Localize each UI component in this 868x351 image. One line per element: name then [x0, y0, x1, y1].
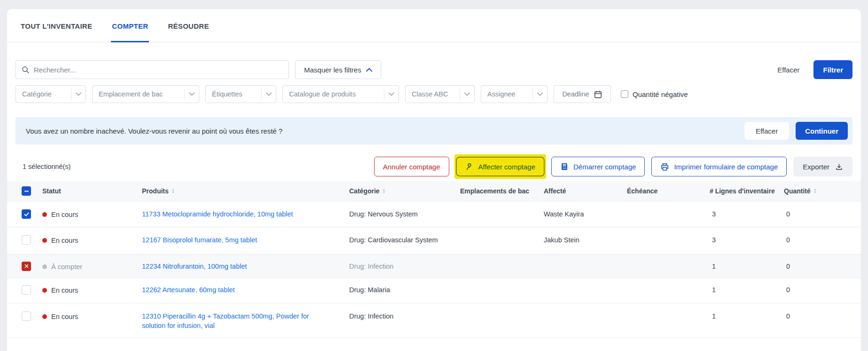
tab-resolve[interactable]: RÉSOUDRE [167, 9, 210, 42]
chevron-down-icon [262, 92, 276, 96]
category-cell: Drug: Nervous System [349, 209, 460, 219]
table-row[interactable]: En cours 12310 Piperacillin 4g + Tazobac… [7, 303, 861, 338]
quantity-cell: 0 [784, 285, 861, 295]
status-dot [42, 238, 47, 243]
status-dot [42, 212, 47, 217]
filter-section: Masquer les filtres Effacer Filtrer Caté… [7, 42, 861, 103]
hide-filters-label: Masquer les filtres [304, 66, 361, 74]
search-input[interactable] [34, 66, 283, 74]
chevron-down-icon [384, 92, 399, 96]
table-row[interactable]: À compter 12234 Nitrofurantoin, 100mg ta… [7, 254, 861, 278]
banner-clear-button[interactable]: Effacer [744, 122, 789, 140]
table-row[interactable]: En cours 12262 Artesunate, 60mg tablet D… [7, 278, 861, 303]
header-status: Statut [42, 187, 142, 195]
header-quantity[interactable]: Quantité▲▼ [784, 187, 861, 195]
start-count-button[interactable]: Démarrer comptage [551, 157, 645, 176]
product-link[interactable]: 12310 Piperacillin 4g + Tazobactam 500mg… [142, 312, 309, 329]
category-filter-dropdown[interactable]: Catégorie [16, 85, 86, 103]
quantity-cell: 0 [784, 311, 861, 321]
clear-filters-link[interactable]: Effacer [777, 66, 799, 74]
sort-icon[interactable]: ▲▼ [172, 188, 175, 194]
bulk-actions-bar: 1 sélectionné(s) Annuler comptage Affect… [16, 157, 852, 176]
apply-filter-button[interactable]: Filtrer [813, 60, 852, 79]
chevron-down-icon [185, 92, 199, 96]
select-all-checkbox[interactable] [22, 186, 31, 196]
product-link[interactable]: 12262 Artesunate, 60mg tablet [142, 286, 235, 294]
product-catalog-filter-dropdown[interactable]: Catalogue de produits [282, 85, 399, 103]
chevron-down-icon [533, 92, 547, 96]
category-cell: Drug: Infection [349, 262, 460, 271]
inventory-lines-cell: 3 [710, 235, 784, 245]
assigned-cell: Jakub Stein [544, 235, 627, 245]
row-checkbox[interactable] [22, 311, 31, 321]
chevron-up-icon [366, 68, 372, 72]
tab-count[interactable]: COMPTER [111, 9, 149, 42]
status-label: En cours [51, 286, 78, 295]
sort-icon[interactable]: ▲▼ [813, 188, 817, 194]
status-label: À compter [51, 262, 82, 271]
header-inventory-lines: # Lignes d'inventaire [710, 187, 784, 195]
person-icon [465, 162, 474, 171]
deadline-filter[interactable]: Deadline [554, 85, 611, 103]
inventory-panel: TOUT L'INVENTAIRE COMPTER RÉSOUDRE Masqu… [7, 9, 861, 351]
quantity-cell: 0 [784, 235, 861, 245]
status-dot [42, 288, 47, 293]
header-assigned: Affecté [544, 187, 627, 195]
table-row[interactable]: En cours 11733 Metoclopramide hydrochlor… [7, 201, 861, 227]
table-row[interactable]: En cours 12167 Bisoprolol fumarate, 5mg … [7, 227, 861, 254]
row-checkbox[interactable] [22, 235, 31, 245]
count-table: Statut Produits▲▼ Catégorie▲▼ Emplacemen… [7, 181, 861, 338]
header-products[interactable]: Produits▲▼ [142, 187, 349, 195]
assignee-filter-dropdown[interactable]: Assignee [481, 85, 547, 103]
assign-count-button[interactable]: Affecter comptage [456, 157, 545, 176]
abc-class-filter-dropdown[interactable]: Classe ABC [405, 85, 475, 103]
banner-message: Vous avez un nombre inachevé. Voulez-vou… [26, 127, 282, 135]
sort-icon[interactable]: ▲▼ [383, 188, 386, 194]
product-link[interactable]: 11733 Metoclopramide hydrochloride, 10mg… [142, 210, 293, 218]
banner-continue-button[interactable]: Continuer [796, 122, 848, 140]
tags-filter-dropdown[interactable]: Étiquettes [205, 85, 276, 103]
export-button[interactable]: Exporter [793, 157, 852, 176]
header-bin-locations: Emplacements de bac [460, 187, 544, 195]
calendar-icon [594, 90, 602, 99]
search-icon [22, 66, 30, 74]
bin-location-filter-dropdown[interactable]: Emplacement de bac [92, 85, 199, 103]
inventory-lines-cell: 3 [710, 209, 784, 219]
download-icon [835, 163, 843, 171]
printer-icon [660, 162, 669, 171]
negative-quantity-checkbox[interactable]: Quantité négative [621, 90, 688, 98]
selected-count: 1 sélectionné(s) [23, 163, 70, 170]
chevron-down-icon [460, 92, 474, 96]
inventory-lines-cell: 1 [710, 262, 784, 271]
status-dot [42, 314, 47, 319]
chevron-down-icon [71, 92, 86, 96]
tab-bar: TOUT L'INVENTAIRE COMPTER RÉSOUDRE [7, 9, 861, 42]
row-checkbox-checked[interactable] [22, 209, 31, 219]
product-link[interactable]: 12167 Bisoprolol fumarate, 5mg tablet [142, 236, 257, 244]
hide-filters-button[interactable]: Masquer les filtres [295, 60, 381, 79]
header-category[interactable]: Catégorie▲▼ [349, 187, 460, 195]
search-box[interactable] [16, 60, 289, 79]
assigned-cell: Waste Kayira [544, 209, 627, 219]
unfinished-count-banner: Vous avez un nombre inachevé. Voulez-vou… [16, 117, 852, 144]
cancel-count-button[interactable]: Annuler comptage [374, 157, 449, 176]
product-link[interactable]: 12234 Nitrofurantoin, 100mg tablet [142, 263, 247, 270]
row-checkbox[interactable] [22, 285, 31, 295]
inventory-lines-cell: 1 [710, 285, 784, 295]
status-label: En cours [51, 312, 78, 321]
status-label: En cours [51, 210, 78, 219]
row-checkbox-excluded[interactable] [22, 262, 31, 271]
tab-all-inventory[interactable]: TOUT L'INVENTAIRE [20, 9, 93, 42]
inventory-lines-cell: 1 [710, 311, 784, 321]
status-dot [42, 264, 47, 269]
highlight-overlay: Affecter comptage [454, 154, 546, 179]
status-label: En cours [51, 236, 78, 245]
table-header-row: Statut Produits▲▼ Catégorie▲▼ Emplacemen… [7, 181, 861, 201]
checkbox-icon[interactable] [621, 90, 628, 98]
category-cell: Drug: Malaria [349, 285, 460, 295]
quantity-cell: 0 [784, 262, 861, 271]
print-count-form-button[interactable]: Imprimer formulaire de comptage [651, 157, 787, 176]
header-due: Échéance [627, 187, 710, 195]
category-cell: Drug: Infection [349, 311, 460, 321]
category-cell: Drug: Cardiovascular System [349, 235, 460, 245]
